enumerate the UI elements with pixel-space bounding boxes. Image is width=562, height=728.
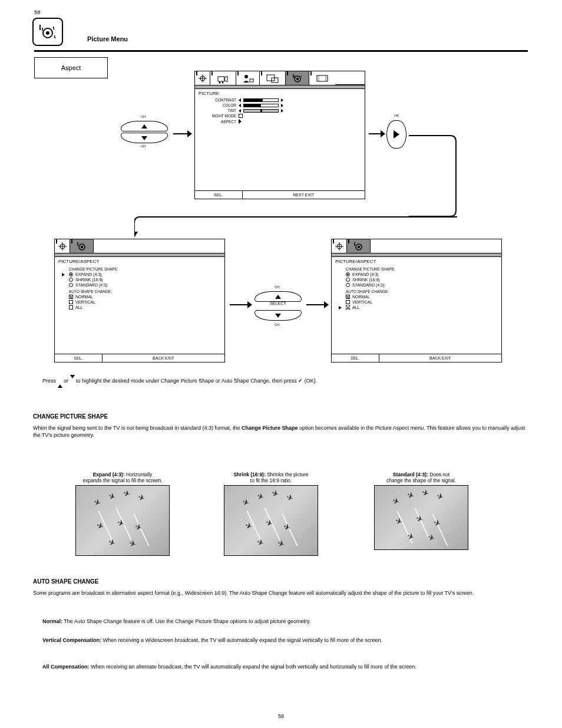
tab-picture-active[interactable] bbox=[347, 239, 371, 253]
ok-button-right[interactable]: OK bbox=[386, 120, 406, 149]
osd2-foot-back-exit: BACK EXIT bbox=[103, 354, 224, 362]
sample-expand: Expand (4:3): Horizontally expands the s… bbox=[64, 472, 181, 556]
picture-dial-icon bbox=[38, 23, 58, 41]
auto-all-line: All Compensation: When receiving an alte… bbox=[42, 663, 528, 670]
ch-updown-control-2[interactable]: CH SELECT CH bbox=[254, 291, 302, 321]
aspect-label: ASPECT bbox=[206, 120, 236, 124]
cap-std-c: change the shape of the signal. bbox=[386, 477, 456, 483]
ch-up-button-2[interactable] bbox=[254, 291, 302, 302]
picture-dial-icon bbox=[352, 241, 366, 252]
osd3-opt-vertical[interactable]: VERTICAL bbox=[332, 299, 501, 305]
color-label: COLOR bbox=[206, 103, 236, 107]
night-label: NIGHT MODE bbox=[206, 114, 236, 118]
ch-down-button-2[interactable] bbox=[254, 310, 302, 321]
instr-d: (OK). bbox=[305, 378, 318, 384]
opt-standard-label-2: STANDARD (4:3) bbox=[352, 283, 384, 287]
tab-guide[interactable] bbox=[332, 239, 347, 253]
svg-point-2 bbox=[46, 31, 49, 35]
osd2-opt-all[interactable]: ALL bbox=[55, 305, 224, 310]
svg-point-8 bbox=[222, 81, 223, 83]
tab-pip[interactable] bbox=[260, 71, 286, 85]
osd-footer: SEL. NEXT EXIT bbox=[195, 190, 365, 199]
section-rule bbox=[34, 50, 528, 52]
osd-aspect-menu-right: PICTURE/ASPECT CHANGE PICTURE SHAPE: EXP… bbox=[331, 239, 502, 363]
ch-updown-control-1[interactable]: CH CH bbox=[121, 121, 168, 143]
ch-down-button[interactable] bbox=[121, 133, 168, 143]
svg-rect-6 bbox=[218, 77, 224, 81]
opt-expand-label: EXPAND (4:3) bbox=[75, 272, 102, 276]
osd3-opt-standard[interactable]: STANDARD (4:3) bbox=[332, 282, 501, 288]
ok-label: OK bbox=[386, 114, 406, 117]
osd2-opt-normal[interactable]: NNORMAL bbox=[55, 294, 224, 299]
osd2-group2-label: AUTO SHAPE CHANGE: bbox=[55, 288, 224, 294]
osd3-foot-sel: SEL. bbox=[332, 354, 379, 362]
sample-standard-caption: Standard (4:3): Does not change the shap… bbox=[362, 472, 480, 483]
page-number-top: 58 bbox=[34, 9, 41, 15]
cap-std-a: Standard (4:3): bbox=[393, 472, 428, 477]
picture-menu-section-icon bbox=[32, 18, 63, 46]
crosshair-icon bbox=[332, 241, 346, 252]
auto-normal-line: Normal: The Auto Shape Change feature is… bbox=[42, 618, 528, 625]
instr-c: to highlight the desired mode under Chan… bbox=[76, 378, 298, 384]
osd-aspect-row[interactable]: ASPECT bbox=[195, 118, 365, 124]
osd3-breadcrumb: PICTURE/ASPECT bbox=[332, 257, 501, 265]
up-arrow-glyph bbox=[58, 378, 62, 385]
pip-icon bbox=[266, 73, 280, 84]
osd-foot-sel: SEL. bbox=[195, 191, 243, 199]
cap-shr-a: Shrink (16:9): bbox=[233, 472, 265, 477]
tab-clock[interactable] bbox=[309, 71, 335, 85]
person-icon bbox=[241, 73, 255, 84]
osd-contrast-row[interactable]: CONTRAST bbox=[195, 97, 365, 103]
cs-desc-b: Change Picture Shape bbox=[242, 425, 299, 431]
osd3-tab-row bbox=[332, 239, 501, 253]
tab-picture-active[interactable] bbox=[70, 239, 94, 253]
opt-expand-label-2: EXPAND (4:3) bbox=[352, 272, 379, 276]
tab-channel[interactable] bbox=[210, 71, 236, 85]
svg-point-9 bbox=[244, 75, 248, 78]
osd2-opt-vertical[interactable]: VERTICAL bbox=[55, 299, 224, 305]
cap-std-b: Does not bbox=[428, 472, 449, 477]
sample-standard: Standard (4:3): Does not change the shap… bbox=[362, 472, 480, 550]
picture-dial-icon bbox=[75, 241, 89, 252]
cap-shr-b: Shrinks the picture bbox=[266, 472, 309, 477]
osd3-opt-expand[interactable]: EXPAND (4:3) bbox=[332, 272, 501, 277]
osd2-opt-expand[interactable]: EXPAND (4:3) bbox=[55, 272, 224, 277]
osd3-opt-all[interactable]: NALL bbox=[332, 305, 501, 310]
osd3-opt-normal[interactable]: NNORMAL bbox=[332, 294, 501, 299]
section-title: Picture Menu bbox=[87, 35, 128, 42]
tab-picture-active[interactable] bbox=[286, 71, 309, 85]
opt-normal-label-2: NORMAL bbox=[352, 295, 370, 299]
osd-nightmode-row[interactable]: NIGHT MODE bbox=[195, 113, 365, 118]
osd-foot-next-exit: NEXT EXIT bbox=[243, 191, 365, 199]
svg-point-7 bbox=[219, 81, 220, 83]
tint-label: TINT bbox=[206, 108, 236, 113]
svg-marker-23 bbox=[394, 130, 399, 139]
down-arrow-glyph bbox=[70, 378, 75, 385]
cs-desc-a: When the signal being sent to the TV is … bbox=[33, 425, 242, 431]
camera-icon bbox=[216, 73, 230, 84]
tab-guide[interactable] bbox=[55, 239, 70, 253]
opt-normal-label: NORMAL bbox=[75, 295, 93, 299]
aa-b: When receiving an alternate broadcast, t… bbox=[91, 664, 416, 670]
osd-color-row[interactable]: COLOR bbox=[195, 103, 365, 108]
osd2-opt-standard[interactable]: STANDARD (4:3) bbox=[55, 282, 224, 288]
subsection-box: Aspect bbox=[34, 57, 108, 78]
svg-point-41 bbox=[358, 246, 360, 248]
ch-label-3: CH bbox=[275, 285, 279, 289]
cap-shr-c: to fit the 16:9 ratio. bbox=[250, 477, 292, 483]
change-shape-desc: When the signal being sent to the TV is … bbox=[33, 424, 528, 439]
tab-profile[interactable] bbox=[236, 71, 260, 85]
ch-up-button[interactable] bbox=[121, 121, 168, 131]
an-b: The Auto Shape Change feature is off. Us… bbox=[64, 618, 310, 624]
osd2-footer: SEL. BACK EXIT bbox=[55, 354, 224, 362]
tab-guide[interactable] bbox=[195, 71, 210, 85]
an-a: Normal: bbox=[42, 618, 62, 624]
flow-connector-2 bbox=[134, 215, 458, 240]
osd3-opt-shrink[interactable]: SHRINK (16:9) bbox=[332, 277, 501, 282]
check-glyph: ✓ bbox=[298, 378, 303, 384]
osd2-foot-sel: SEL. bbox=[55, 354, 103, 362]
osd3-group1-label: CHANGE PICTURE SHAPE: bbox=[332, 265, 501, 272]
picture-dial-icon bbox=[290, 73, 305, 84]
osd2-opt-shrink[interactable]: SHRINK (16:9) bbox=[55, 277, 224, 282]
osd-tint-row[interactable]: TINT bbox=[195, 108, 365, 113]
